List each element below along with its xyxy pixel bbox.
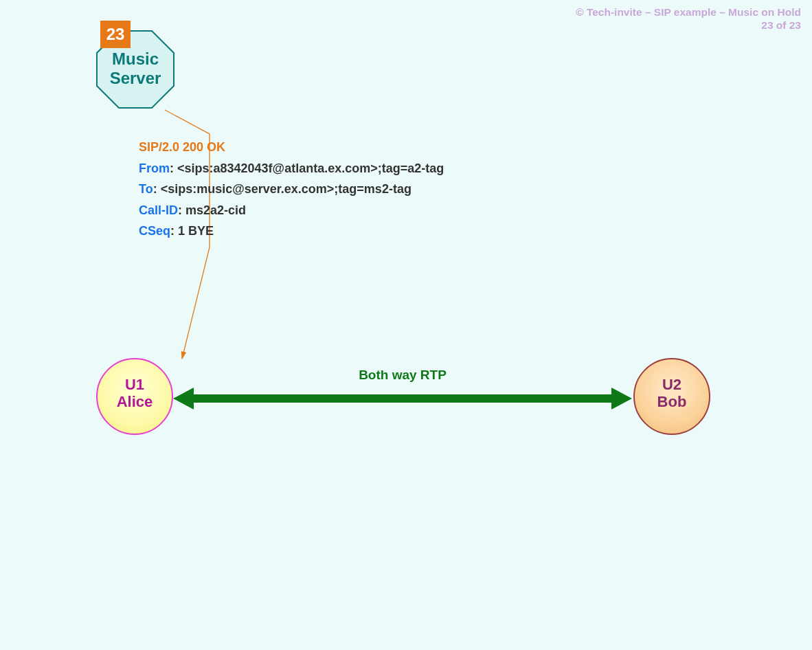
sip-cseq-value: : 1 BYE [170, 224, 214, 238]
sip-callid-line: Call-ID: ms2a2-cid [139, 200, 444, 221]
sip-message-block: SIP/2.0 200 OK From: <sips:a8342043f@atl… [139, 137, 444, 242]
node-bob-line1: U2 [662, 376, 681, 393]
sip-callid-value: : ms2a2-cid [178, 203, 246, 217]
header-copyright: © Tech-invite – SIP example – Music on H… [576, 5, 801, 19]
node-bob-label: U2 Bob [635, 376, 709, 411]
sip-from-label: From [139, 161, 170, 175]
music-server-label: Music Server [94, 49, 177, 87]
sip-cseq-line: CSeq: 1 BYE [139, 221, 444, 242]
sip-to-label: To [139, 182, 153, 196]
node-alice-label: U1 Alice [98, 376, 172, 411]
sip-to-value: : <sips:music@server.ex.com>;tag=ms2-tag [153, 182, 411, 196]
node-alice-line2: Alice [117, 393, 153, 410]
music-server-line2: Server [110, 69, 161, 87]
rtp-double-arrow-icon [173, 385, 632, 412]
node-alice-line1: U1 [125, 376, 144, 393]
sip-cseq-label: CSeq [139, 224, 170, 238]
svg-marker-1 [173, 388, 632, 410]
rtp-label: Both way RTP [173, 368, 632, 383]
sip-callid-label: Call-ID [139, 203, 178, 217]
sip-from-value: : <sips:a8342043f@atlanta.ex.com>;tag=a2… [170, 161, 444, 175]
node-bob-line2: Bob [657, 393, 687, 410]
node-bob: U2 Bob [633, 358, 710, 435]
header-page-number: 23 of 23 [761, 19, 801, 32]
sip-from-line: From: <sips:a8342043f@atlanta.ex.com>;ta… [139, 158, 444, 179]
step-badge: 23 [100, 21, 131, 48]
music-server-line1: Music [112, 49, 159, 68]
sip-to-line: To: <sips:music@server.ex.com>;tag=ms2-t… [139, 179, 444, 200]
sip-status-line: SIP/2.0 200 OK [139, 137, 444, 158]
node-alice: U1 Alice [96, 358, 173, 435]
